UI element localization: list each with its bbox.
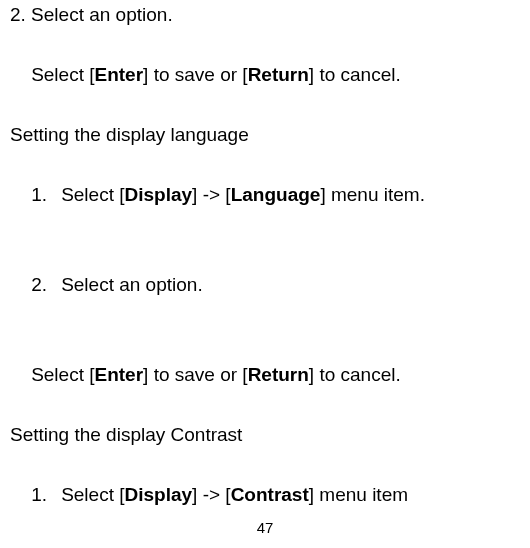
text-fragment: Select [: [31, 364, 94, 385]
save-cancel-line: Select [Enter] to save or [Return] to ca…: [10, 30, 520, 120]
text-fragment: ] menu item.: [320, 184, 425, 205]
text-fragment: ] to cancel.: [309, 64, 401, 85]
key-return: Return: [248, 64, 309, 85]
page-number: 47: [0, 519, 530, 536]
text-fragment: ] -> [: [192, 184, 231, 205]
text-fragment: ] to save or [: [143, 64, 248, 85]
text-fragment: Select [: [61, 184, 124, 205]
step-line: 1.Select [Display] -> [Language] menu it…: [10, 150, 520, 240]
menu-display: Display: [125, 484, 193, 505]
step-number: 2.: [31, 270, 61, 300]
text-fragment: Select [: [61, 484, 124, 505]
key-enter: Enter: [95, 64, 144, 85]
subsection-title-contrast: Setting the display Contrast: [10, 420, 520, 450]
step-number: 1.: [31, 480, 61, 510]
text-fragment: Select an option.: [61, 274, 203, 295]
step-number: 1.: [31, 180, 61, 210]
text-fragment: ] menu item: [309, 484, 408, 505]
save-cancel-line: Select [Enter] to save or [Return] to ca…: [10, 330, 520, 420]
text-fragment: Select [: [31, 64, 94, 85]
text-fragment: ] to save or [: [143, 364, 248, 385]
menu-display: Display: [125, 184, 193, 205]
step-line: 2.Select an option.: [10, 540, 520, 548]
step-line: 2. Select an option.: [10, 0, 520, 30]
text-fragment: ] to cancel.: [309, 364, 401, 385]
key-return: Return: [248, 364, 309, 385]
document-page: 2. Select an option. Select [Enter] to s…: [0, 0, 530, 548]
text-fragment: ] -> [: [192, 484, 231, 505]
step-line: 2.Select an option.: [10, 240, 520, 330]
key-enter: Enter: [95, 364, 144, 385]
menu-language: Language: [231, 184, 321, 205]
subsection-title-language: Setting the display language: [10, 120, 520, 150]
menu-contrast: Contrast: [231, 484, 309, 505]
